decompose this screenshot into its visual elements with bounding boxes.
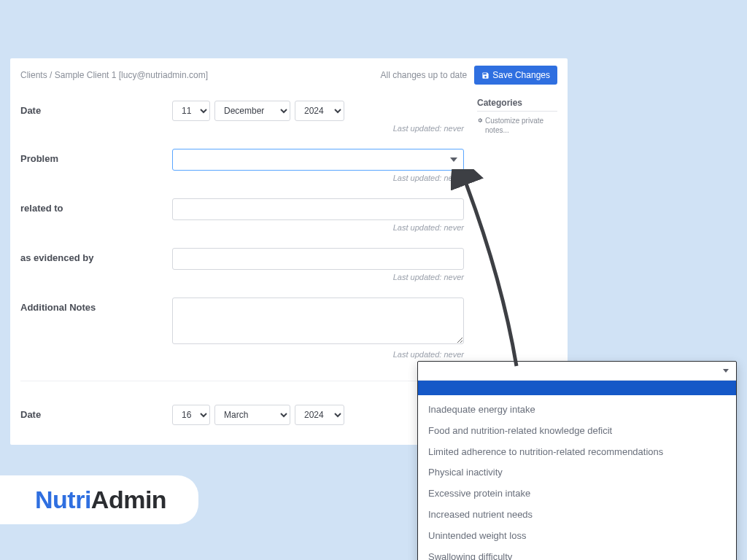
form-column: Date 11 December 2024 Last updated: neve… xyxy=(20,98,477,429)
dropdown-item[interactable]: Inadequate energy intake xyxy=(418,400,736,421)
problem-dropdown-panel: Inadequate energy intake Food and nutrit… xyxy=(417,361,737,560)
dropdown-item[interactable]: Limited adherence to nutrition-related r… xyxy=(418,442,736,463)
date1-updated: Last updated: never xyxy=(172,124,464,133)
row-related: related to Last updated: never xyxy=(20,187,464,232)
label-evidenced: as evidenced by xyxy=(20,248,172,263)
date2-month-select[interactable]: March xyxy=(214,405,290,425)
dropdown-item[interactable]: Excessive protein intake xyxy=(418,483,736,505)
logo: NutriAdmin xyxy=(35,486,166,513)
row-date1: Date 11 December 2024 Last updated: neve… xyxy=(20,98,464,133)
logo-badge: NutriAdmin xyxy=(0,475,198,524)
customize-notes-label: Customize private notes... xyxy=(485,116,557,135)
related-input[interactable] xyxy=(172,198,464,220)
date2-year-select[interactable]: 2024 xyxy=(295,405,344,425)
label-problem: Problem xyxy=(20,149,172,164)
date1-year-select[interactable]: 2024 xyxy=(295,101,344,121)
related-updated: Last updated: never xyxy=(172,223,464,232)
date1-day-select[interactable]: 11 xyxy=(172,101,210,121)
sidebar-title: Categories xyxy=(477,98,557,112)
save-status: All changes up to date xyxy=(381,70,468,80)
gear-icon xyxy=(477,117,483,123)
section-divider xyxy=(20,381,464,381)
customize-notes-link[interactable]: Customize private notes... xyxy=(477,116,557,135)
evidenced-updated: Last updated: never xyxy=(172,273,464,281)
notes-updated: Last updated: never xyxy=(172,350,464,359)
dropdown-selected-blank[interactable] xyxy=(418,381,736,395)
breadcrumb: Clients / Sample Client 1 [lucy@nutriadm… xyxy=(20,70,208,80)
save-button-label: Save Changes xyxy=(492,70,550,80)
date2-day-select[interactable]: 16 xyxy=(172,405,210,425)
logo-part1: Nutri xyxy=(35,486,91,513)
label-notes: Additional Notes xyxy=(20,298,172,313)
problem-select[interactable] xyxy=(172,149,464,171)
top-bar: Clients / Sample Client 1 [lucy@nutriadm… xyxy=(10,58,568,89)
dropdown-list: Inadequate energy intake Food and nutrit… xyxy=(418,395,736,560)
row-date2: Date 16 March 2024 xyxy=(20,387,464,425)
problem-updated: Last updated: never xyxy=(172,174,464,182)
breadcrumb-sep: / xyxy=(50,70,52,80)
label-date1: Date xyxy=(20,101,172,116)
breadcrumb-root[interactable]: Clients xyxy=(20,70,47,80)
label-related: related to xyxy=(20,198,172,214)
evidenced-input[interactable] xyxy=(172,248,464,270)
dropdown-header[interactable] xyxy=(418,362,736,381)
dropdown-item[interactable]: Swallowing difficulty xyxy=(418,547,736,560)
row-problem: Problem Last updated: never xyxy=(20,137,464,182)
date1-month-select[interactable]: December xyxy=(214,101,290,121)
breadcrumb-client: Sample Client 1 [lucy@nutriadmin.com] xyxy=(55,70,208,80)
logo-part2: Admin xyxy=(91,486,166,513)
save-icon xyxy=(481,71,489,79)
dropdown-item[interactable]: Increased nutrient needs xyxy=(418,505,736,526)
save-button[interactable]: Save Changes xyxy=(474,66,557,85)
notes-textarea[interactable] xyxy=(172,298,464,344)
dropdown-item[interactable]: Physical inactivity xyxy=(418,462,736,483)
dropdown-item[interactable]: Food and nutrition-related knowledge def… xyxy=(418,421,736,442)
dropdown-item[interactable]: Unintended weight loss xyxy=(418,526,736,547)
row-notes: Additional Notes Last updated: never xyxy=(20,286,464,359)
row-evidenced: as evidenced by Last updated: never xyxy=(20,236,464,281)
label-date2: Date xyxy=(20,405,172,420)
